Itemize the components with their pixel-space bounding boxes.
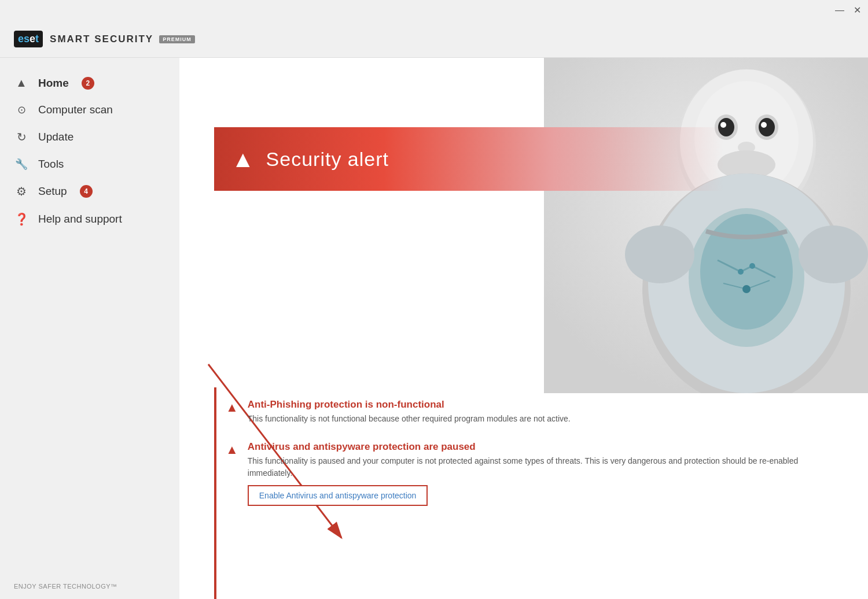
app-title: SMART SECURITY: [50, 34, 153, 45]
antivirus-alert-icon: ▲: [226, 442, 238, 457]
sidebar-update-label: Update: [38, 131, 73, 143]
svg-point-21: [799, 225, 868, 283]
enable-btn-container: Enable Antivirus and antispyware protect…: [248, 485, 833, 506]
svg-point-7: [759, 118, 775, 136]
sidebar-setup-label: Setup: [38, 185, 67, 198]
sidebar-item-help[interactable]: ❓ Help and support: [0, 205, 179, 233]
antiphishing-alert-icon: ▲: [226, 400, 238, 415]
update-icon: ↻: [14, 130, 29, 144]
close-button[interactable]: ✕: [854, 6, 861, 15]
svg-point-18: [749, 263, 755, 269]
antiphishing-title: Anti-Phishing protection is non-function…: [248, 399, 571, 411]
titlebar: — ✕: [0, 0, 868, 21]
sidebar-item-setup[interactable]: ⚙ Setup 4: [0, 178, 179, 205]
content-area: ▲ Security alert ▲: [179, 58, 868, 599]
sidebar-scan-label: Computer scan: [38, 103, 113, 116]
svg-point-17: [738, 269, 744, 275]
svg-point-19: [742, 285, 751, 293]
premium-badge: PREMIUM: [159, 35, 195, 43]
sidebar-home-label: Home: [38, 77, 69, 90]
antivirus-content: Antivirus and antispyware protection are…: [248, 441, 833, 506]
home-warning-icon: ▲: [14, 76, 29, 90]
security-alert-banner: ▲ Security alert: [214, 127, 723, 191]
sidebar-item-home[interactable]: ▲ Home 2: [0, 69, 179, 97]
setup-icon: ⚙: [14, 184, 29, 198]
robot-illustration: [544, 58, 868, 393]
minimize-button[interactable]: —: [835, 6, 844, 15]
vertical-divider: [214, 387, 216, 599]
scan-icon: ⊙: [14, 103, 29, 116]
app-header: eset SMART SECURITY PREMIUM: [0, 21, 868, 58]
sidebar-item-computer-scan[interactable]: ⊙ Computer scan: [0, 97, 179, 123]
sidebar-item-update[interactable]: ↻ Update: [0, 123, 179, 151]
enable-antivirus-button[interactable]: Enable Antivirus and antispyware protect…: [248, 485, 428, 506]
eset-logo: eset: [14, 31, 43, 47]
security-alert-title: Security alert: [266, 148, 389, 171]
antivirus-title: Antivirus and antispyware protection are…: [248, 441, 833, 453]
footer-tagline: ENJOY SAFER TECHNOLOGY™: [14, 583, 117, 590]
sidebar-help-label: Help and support: [38, 213, 122, 225]
security-alert-icon: ▲: [231, 146, 255, 172]
svg-point-20: [625, 225, 694, 283]
svg-point-9: [761, 122, 767, 128]
app-window: eset SMART SECURITY PREMIUM ▲ Home 2 ⊙ C…: [0, 21, 868, 599]
antivirus-alert: ▲ Antivirus and antispyware protection a…: [226, 441, 833, 506]
main-layout: ▲ Home 2 ⊙ Computer scan ↻ Update 🔧 Tool…: [0, 58, 868, 599]
sidebar: ▲ Home 2 ⊙ Computer scan ↻ Update 🔧 Tool…: [0, 58, 179, 599]
sidebar-tools-label: Tools: [38, 158, 64, 171]
tools-icon: 🔧: [14, 158, 29, 171]
home-badge: 2: [82, 77, 94, 90]
antiphishing-content: Anti-Phishing protection is non-function…: [248, 399, 571, 425]
setup-badge: 4: [80, 185, 93, 198]
alerts-container: ▲ Anti-Phishing protection is non-functi…: [226, 387, 845, 553]
antiphishing-alert: ▲ Anti-Phishing protection is non-functi…: [226, 399, 833, 425]
antiphishing-desc: This functionality is not functional bec…: [248, 413, 571, 425]
logo-text: eset: [18, 33, 39, 45]
help-icon: ❓: [14, 212, 29, 226]
antivirus-desc: This functionality is paused and your co…: [248, 455, 833, 479]
sidebar-item-tools[interactable]: 🔧 Tools: [0, 151, 179, 178]
